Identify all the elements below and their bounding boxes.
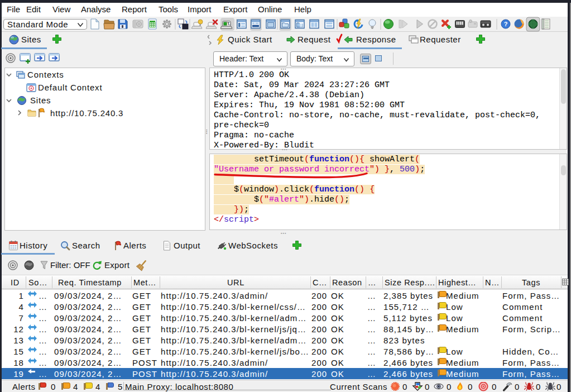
svg-text:T.: T.: [227, 22, 231, 26]
svg-text:?: ?: [504, 21, 508, 27]
